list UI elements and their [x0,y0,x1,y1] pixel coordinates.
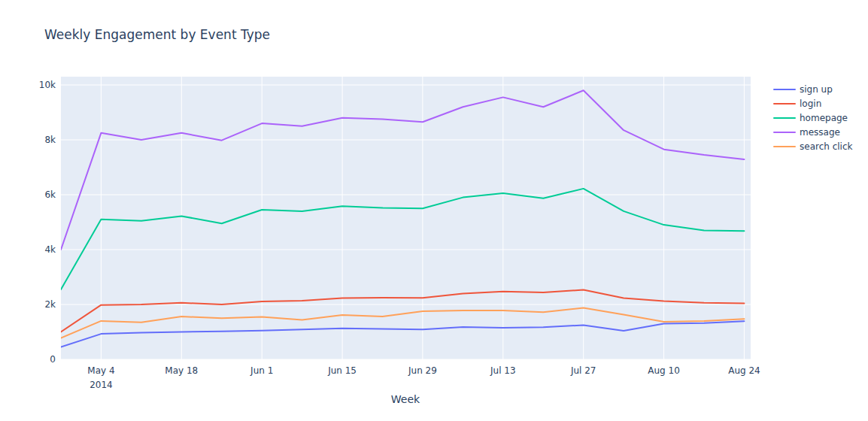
x-tick-jun-15: Jun 15 [328,364,357,378]
legend-label-sign-up: sign up [800,84,833,95]
legend-label-login: login [800,98,821,109]
legend-item-login[interactable]: login [773,96,853,111]
legend-swatch-login [773,103,796,104]
x-axis-title: Week [391,393,420,405]
line-homepage[interactable] [61,189,744,289]
y-tick-6k: 6k [0,189,56,201]
legend-item-search-click[interactable]: search click [773,139,853,153]
x-tick-jun-1: Jun 1 [250,364,273,378]
legend-item-homepage[interactable]: homepage [773,111,853,125]
legend-swatch-sign-up [773,89,796,90]
plot-area[interactable] [61,77,751,359]
x-tick-aug-24: Aug 24 [728,364,760,378]
plot-canvas[interactable] [61,77,751,359]
legend-swatch-homepage [773,117,796,119]
chart-title: Weekly Engagement by Event Type [44,27,270,42]
y-tick-4k: 4k [0,244,56,256]
y-tick-10k: 10k [0,79,56,91]
legend-item-message[interactable]: message [773,125,853,139]
y-tick-2k: 2k [0,298,56,310]
x-tick-may-4: May 42014 [87,364,114,392]
legend: sign uploginhomepagemessagesearch click [773,82,853,153]
line-sign-up[interactable] [61,321,744,347]
legend-item-sign-up[interactable]: sign up [773,82,853,96]
legend-swatch-search-click [773,146,796,147]
x-tick-may-18: May 18 [165,364,198,378]
chart-figure: Weekly Engagement by Event Type 02k4k6k8… [0,0,868,421]
legend-label-homepage: homepage [800,113,848,123]
line-login[interactable] [61,290,744,332]
y-tick-8k: 8k [0,134,56,146]
x-tick-jun-29: Jun 29 [408,364,437,378]
x-tick-aug-10: Aug 10 [648,364,680,378]
x-tick-year: 2014 [87,378,114,392]
x-tick-jul-27: Jul 27 [571,364,596,378]
legend-label-search-click: search click [800,141,853,152]
legend-swatch-message [773,132,796,133]
y-tick-0: 0 [0,353,56,365]
line-search-click[interactable] [61,307,744,338]
x-tick-jul-13: Jul 13 [490,364,516,378]
line-message[interactable] [61,90,744,250]
legend-label-message: message [800,127,840,138]
